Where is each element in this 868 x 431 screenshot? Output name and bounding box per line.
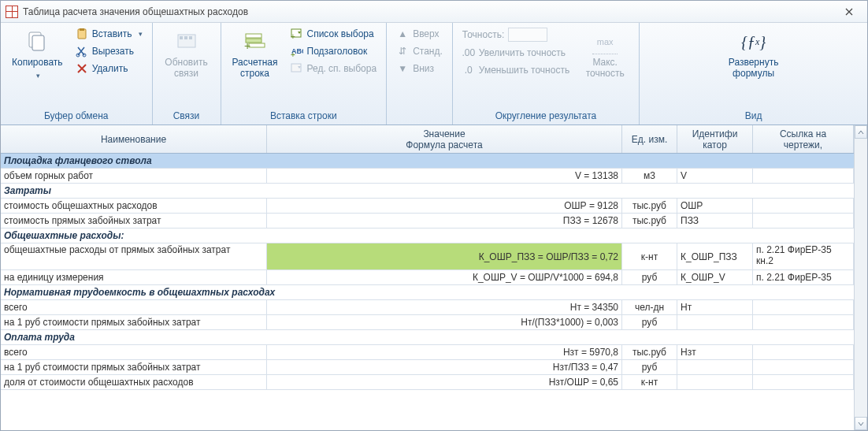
table-row[interactable]: всегоНзт = 5970,8тыс.рубНзт [1,345,854,360]
delete-icon [76,62,88,75]
inc-precision-button: .00Увеличить точность [459,45,573,61]
table-row[interactable]: общешахтные расходы от прямых забойных з… [1,243,854,270]
scroll-up-button[interactable] [855,125,867,139]
scroll-down-button[interactable] [855,417,867,430]
table-row[interactable]: доля от стоимости общешахтных расходовНз… [1,375,854,390]
group-clipboard: Копировать Вставить Вырезать Удалить Буф… [1,23,153,124]
group-move-label [393,109,446,123]
group-insert-row: + Расчетная строка + Список выбора ABC+ … [221,23,388,124]
svg-text:+: + [291,50,295,58]
subheader-button[interactable]: ABC+ Подзаголовок [287,43,380,59]
ribbon: Копировать Вставить Вырезать Удалить Буф… [1,23,867,125]
choice-list-button[interactable]: + Список выбора [287,26,380,42]
copy-label: Копировать [12,58,63,69]
close-button[interactable] [836,4,862,20]
calc-row-icon: + [243,29,268,54]
section-row[interactable]: Оплата труда [1,330,854,345]
table-row[interactable]: на единицу измеренияК_ОШР_V = ОШР/V*1000… [1,270,854,285]
scroll-track[interactable] [855,139,867,417]
copy-button[interactable]: Копировать [7,26,68,80]
svg-text:+: + [244,39,250,52]
paste-button[interactable]: Вставить [72,26,146,42]
close-icon [845,8,853,16]
table-row[interactable]: всегоНт = 34350чел-днНт [1,300,854,315]
dec-precision-button: .0Уменьшить точность [459,62,573,78]
app-icon [6,6,18,18]
group-insert-row-label: Вставка строки [228,109,380,123]
group-rounding: Точность: .00Увеличить точность .0Уменьш… [453,23,640,124]
arrow-updown-icon: ⇵ [396,45,409,58]
grid-area: Наименование Значение Формула расчета Ед… [1,125,867,430]
table-row[interactable]: на 1 руб стоимости прямых забойных затра… [1,315,854,330]
inc-precision-icon: .00 [462,46,475,59]
precision-label: Точность: [462,29,504,40]
max-precision-button: max Макс. точность [577,26,632,80]
subheader-icon: ABC+ [291,45,303,58]
expand-formulas-label: Развернуть формулы [729,58,779,80]
cut-icon [76,45,88,58]
edit-choice-icon [291,62,303,75]
svg-rect-1 [32,35,44,50]
group-view: {ƒx} Развернуть формулы Вид [640,23,867,124]
group-links: Обновить связи Связи [153,23,221,124]
cut-label: Вырезать [92,46,134,57]
rows-container: Площадка фланцевого ствола объем горных … [1,154,854,430]
vertical-scrollbar[interactable] [854,125,867,430]
data-grid[interactable]: Наименование Значение Формула расчета Ед… [1,125,854,430]
col-value[interactable]: Значение Формула расчета [267,125,622,153]
calc-row-button[interactable]: + Расчетная строка [228,26,283,80]
section-row[interactable]: Нормативная трудоемкость в общешахтных р… [1,285,854,300]
update-links-button: Обновить связи [159,26,214,80]
precision-label-row: Точность: [459,26,573,43]
delete-button[interactable]: Удалить [72,61,146,76]
header-row: Наименование Значение Формула расчета Ед… [1,125,854,154]
move-up-button: ▲Вверх [393,26,446,42]
move-down-button: ▼Вниз [393,61,446,76]
table-row[interactable]: на 1 руб стоимости прямых забойных затра… [1,360,854,375]
move-std-button: ⇵Станд. [393,43,446,59]
col-unit[interactable]: Ед. изм. [622,125,677,153]
svg-rect-3 [80,28,84,31]
choice-list-icon: + [291,28,303,40]
group-rounding-label: Округление результата [459,109,632,123]
svg-rect-7 [180,36,183,39]
edit-choice-button: Ред. сп. выбора [287,61,380,76]
max-precision-label: Макс. точность [586,58,625,80]
svg-text:+: + [291,32,295,40]
dec-precision-icon: .0 [462,64,475,76]
section-row[interactable]: Площадка фланцевого ствола [1,154,854,169]
copy-icon [24,29,50,54]
titlebar: Таблица расчета значения общешахтных рас… [1,1,867,23]
group-clipboard-label: Буфер обмена [7,109,146,123]
paste-icon [76,28,88,40]
col-ref[interactable]: Ссылка на чертежи, [753,125,854,153]
svg-rect-12 [249,43,265,47]
group-move: ▲Вверх ⇵Станд. ▼Вниз [387,23,453,124]
update-links-label: Обновить связи [165,58,207,80]
col-id[interactable]: Идентифи катор [677,125,753,153]
calc-row-label: Расчетная строка [232,58,278,80]
group-view-label: Вид [646,109,861,123]
max-precision-icon: max [592,29,618,54]
group-links-label: Связи [159,109,214,123]
window-title: Таблица расчета значения общешахтных рас… [23,6,836,17]
arrow-down-icon: ▼ [396,62,409,75]
section-row[interactable]: Общешахтные расходы: [1,229,854,243]
update-links-icon [174,29,199,54]
subheader-label: Подзаголовок [307,46,368,57]
paste-label: Вставить [92,28,132,39]
choice-list-label: Список выбора [307,28,374,39]
section-row[interactable]: Затраты [1,184,854,199]
cut-button[interactable]: Вырезать [72,43,146,59]
table-row[interactable]: объем горных работV = 13138м3V [1,169,854,184]
svg-rect-9 [189,36,192,39]
table-row[interactable]: стоимость общешахтных расходовОШР = 9128… [1,199,854,214]
expand-formulas-button[interactable]: {ƒx} Развернуть формулы [724,26,784,80]
delete-label: Удалить [92,63,128,74]
edit-choice-label: Ред. сп. выбора [307,63,377,74]
svg-rect-8 [184,36,187,39]
table-row[interactable]: стоимость прямых забойных затратПЗЗ = 12… [1,214,854,229]
fx-icon: {ƒx} [741,29,766,54]
arrow-up-icon: ▲ [396,28,409,40]
col-name[interactable]: Наименование [1,125,267,153]
